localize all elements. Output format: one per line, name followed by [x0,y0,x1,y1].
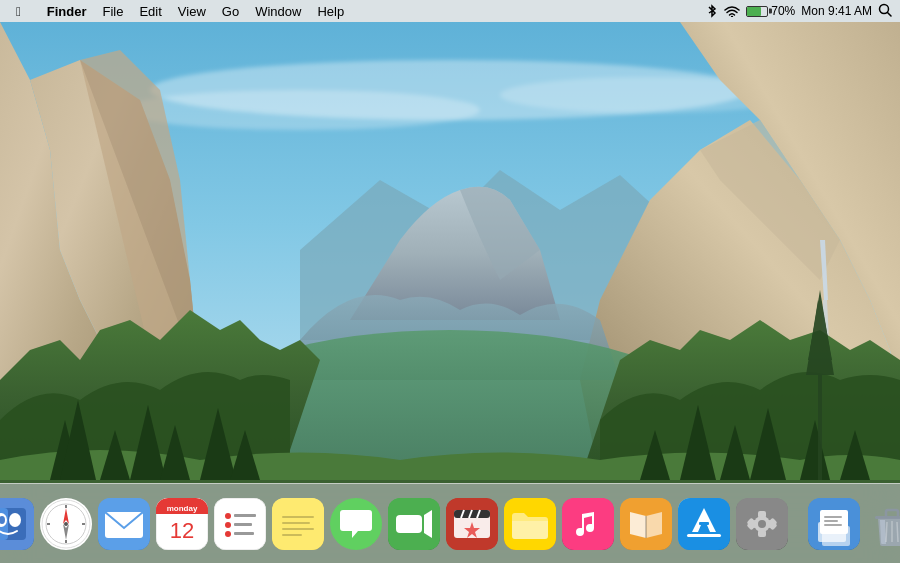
svg-rect-59 [282,516,314,518]
dock-imovie[interactable] [446,495,498,553]
svg-rect-79 [699,522,709,525]
svg-rect-75 [562,498,614,550]
clock: Mon 9:41 AM [801,4,872,18]
spotlight-search[interactable] [878,3,892,20]
svg-text:monday: monday [167,504,198,513]
apple-menu[interactable]:  [8,0,29,22]
dock-appstore[interactable] [678,495,730,553]
dock-reminders[interactable] [214,495,266,553]
finder-icon [0,498,34,550]
dock-notes[interactable] [272,495,324,553]
preferences-icon [736,498,788,550]
dock-documents[interactable] [808,495,860,553]
svg-point-2 [120,90,480,130]
dock: monday 12 [0,483,900,563]
itunes-icon [562,498,614,550]
svg-line-100 [886,522,887,542]
wifi-icon[interactable] [724,5,740,17]
menubar-right: 70% Mon 9:41 AM [706,3,900,20]
dock-itunes[interactable] [562,495,614,553]
notes-icon [272,498,324,550]
svg-rect-23 [818,375,822,480]
svg-rect-55 [234,523,252,526]
edit-menu[interactable]: Edit [131,0,169,22]
battery-status[interactable]: 70% [746,4,795,18]
window-menu[interactable]: Window [247,0,309,22]
bluetooth-icon[interactable] [706,4,718,18]
svg-point-54 [225,522,231,528]
battery-percent: 70% [771,4,795,18]
battery-icon [746,6,768,17]
svg-rect-99 [875,516,900,519]
svg-rect-98 [824,524,842,526]
go-menu[interactable]: Go [214,0,247,22]
ibooks-icon [620,498,672,550]
svg-rect-57 [234,532,254,535]
svg-line-26 [888,12,892,16]
svg-rect-60 [282,522,310,524]
dock-messages[interactable] [330,495,382,553]
dock-safari[interactable] [40,495,92,553]
svg-rect-96 [824,516,842,518]
svg-rect-97 [824,520,838,522]
desktop:  Finder File Edit View Go Window Help [0,0,900,563]
svg-point-83 [758,520,766,528]
svg-rect-61 [282,528,314,530]
svg-rect-77 [645,516,647,538]
dock-calendar[interactable]: monday 12 [156,495,208,553]
imovie-icon [446,498,498,550]
svg-rect-53 [234,514,256,517]
menubar:  Finder File Edit View Go Window Help [0,0,900,22]
svg-rect-65 [396,515,422,533]
trash-icon [866,498,900,550]
svg-rect-62 [282,534,302,536]
app-name-menu[interactable]: Finder [39,0,95,22]
mail-icon [98,498,150,550]
calendar-icon: monday 12 [156,498,208,550]
dock-trash[interactable] [866,495,900,553]
dock-finder[interactable] [0,495,34,553]
dock-folder[interactable] [504,495,556,553]
documents-icon [808,498,860,550]
svg-point-24 [731,16,733,17]
svg-rect-84 [758,511,766,518]
safari-icon [40,498,92,550]
messages-icon [330,498,382,550]
reminders-icon [214,498,266,550]
svg-point-52 [225,513,231,519]
dock-preferences[interactable] [736,495,788,553]
help-menu[interactable]: Help [309,0,352,22]
svg-point-56 [225,531,231,537]
dock-mail[interactable] [98,495,150,553]
dock-ibooks[interactable] [620,495,672,553]
svg-rect-85 [758,530,766,537]
svg-text:12: 12 [170,518,194,543]
dock-facetime[interactable] [388,495,440,553]
svg-rect-80 [687,534,721,537]
view-menu[interactable]: View [170,0,214,22]
facetime-icon [388,498,440,550]
appstore-icon [678,498,730,550]
folder-icon [504,498,556,550]
svg-line-102 [897,522,898,542]
svg-point-33 [13,516,19,524]
file-menu[interactable]: File [94,0,131,22]
svg-point-43 [64,522,68,526]
menubar-left:  Finder File Edit View Go Window Help [0,0,706,22]
